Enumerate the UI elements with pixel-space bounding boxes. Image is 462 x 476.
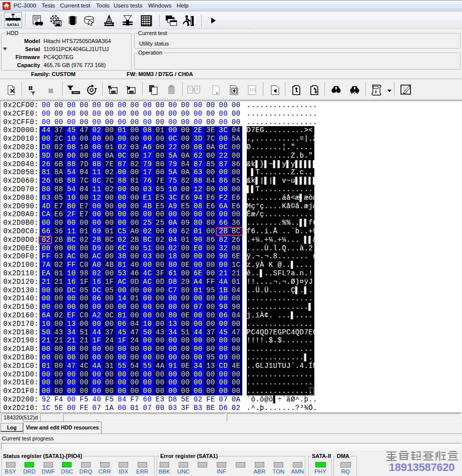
svg-text:123: 123 — [249, 88, 256, 92]
